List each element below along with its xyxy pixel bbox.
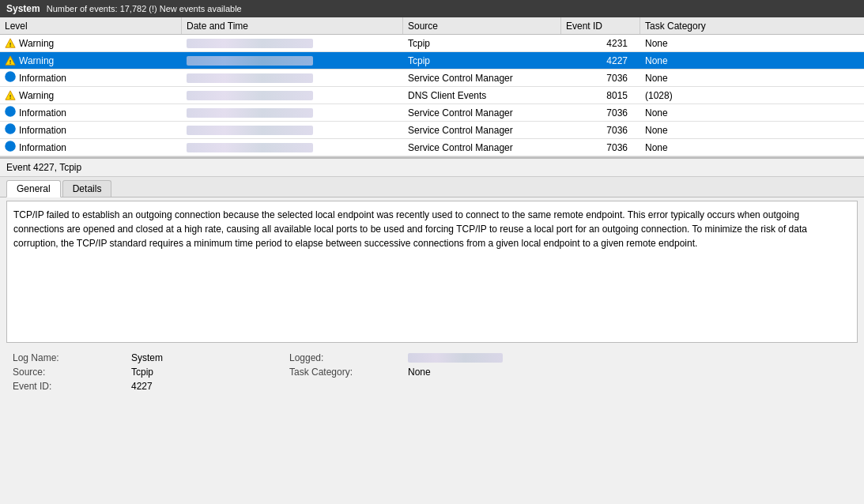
- level-text: Information: [19, 142, 66, 153]
- level-text: Information: [19, 125, 66, 136]
- cell-taskcategory: None: [640, 70, 864, 86]
- svg-text:i: i: [9, 126, 11, 134]
- cell-eventid: 4231: [561, 35, 640, 51]
- cell-taskcategory: (1028): [640, 87, 864, 103]
- warning-icon: !: [5, 38, 16, 49]
- cell-source: DNS Client Events: [403, 87, 561, 103]
- source-label: Source:: [13, 367, 131, 378]
- cell-level: ! Warning: [0, 35, 182, 51]
- table-body: ! Warning Tcpip 4231 None ! Warning Tcpi…: [0, 35, 864, 156]
- logged-label: Logged:: [289, 352, 408, 363]
- table-row[interactable]: i Information Service Control Manager 70…: [0, 139, 864, 156]
- cell-level: ! Warning: [0, 52, 182, 69]
- cell-datetime: [182, 87, 403, 103]
- cell-level: i Information: [0, 139, 182, 156]
- app-name: System: [6, 3, 40, 14]
- cell-eventid: 7036: [561, 139, 640, 156]
- cell-eventid: 7036: [561, 104, 640, 121]
- cell-source: Tcpip: [403, 35, 561, 51]
- cell-level: ! Warning: [0, 87, 182, 103]
- cell-eventid: 4227: [561, 52, 640, 69]
- event-id-value: 4227: [131, 381, 289, 392]
- cell-source: Service Control Manager: [403, 139, 561, 156]
- info-icon: i: [5, 123, 16, 137]
- svg-text:!: !: [9, 40, 12, 47]
- svg-text:!: !: [9, 92, 12, 100]
- cell-source: Service Control Manager: [403, 70, 561, 86]
- table-header: Level Date and Time Source Event ID Task…: [0, 17, 864, 35]
- description-text: TCP/IP failed to establish an outgoing c…: [13, 209, 807, 249]
- svg-text:i: i: [9, 143, 11, 151]
- svg-text:i: i: [9, 108, 11, 116]
- cell-taskcategory: None: [640, 52, 864, 69]
- footer-info: Log Name: System Logged: Source: Tcpip T…: [0, 346, 864, 398]
- task-label: Task Category:: [289, 367, 408, 378]
- log-name-value: System: [131, 352, 289, 363]
- col-level: Level: [0, 17, 182, 34]
- logged-value: [408, 352, 851, 363]
- cell-source: Tcpip: [403, 52, 561, 69]
- table-row[interactable]: i Information Service Control Manager 70…: [0, 104, 864, 122]
- level-text: Warning: [19, 55, 54, 66]
- table-row[interactable]: ! Warning Tcpip 4227 None: [0, 52, 864, 70]
- cell-eventid: 8015: [561, 87, 640, 103]
- warning-icon: !: [5, 90, 16, 101]
- warning-icon: !: [5, 55, 16, 66]
- timestamp-blur: [187, 91, 313, 100]
- timestamp-blur: [187, 39, 313, 48]
- level-text: Warning: [19, 38, 54, 49]
- col-datetime: Date and Time: [182, 17, 403, 34]
- cell-taskcategory: None: [640, 139, 864, 156]
- event-description: TCP/IP failed to establish an outgoing c…: [6, 201, 858, 343]
- level-text: Information: [19, 107, 66, 118]
- cell-datetime: [182, 52, 403, 69]
- col-eventid: Event ID: [561, 17, 640, 34]
- svg-text:!: !: [9, 58, 12, 65]
- level-text: Information: [19, 73, 66, 84]
- tab-bar: General Details: [0, 177, 864, 197]
- cell-datetime: [182, 139, 403, 156]
- task-value: None: [408, 367, 851, 378]
- source-value: Tcpip: [131, 367, 289, 378]
- detail-section: Event 4227, Tcpip General Details TCP/IP…: [0, 157, 864, 398]
- timestamp-blur: [187, 56, 313, 66]
- table-row[interactable]: i Information Service Control Manager 70…: [0, 122, 864, 139]
- event-count: Number of events: 17,782 (!) New events …: [47, 4, 242, 13]
- title-bar: System Number of events: 17,782 (!) New …: [0, 0, 864, 17]
- timestamp-blur: [187, 108, 313, 118]
- cell-taskcategory: None: [640, 35, 864, 51]
- svg-text:i: i: [9, 73, 11, 81]
- cell-source: Service Control Manager: [403, 104, 561, 121]
- log-name-label: Log Name:: [13, 352, 131, 363]
- tab-details[interactable]: Details: [62, 180, 112, 197]
- col-source: Source: [403, 17, 561, 34]
- cell-datetime: [182, 104, 403, 121]
- cell-datetime: [182, 35, 403, 51]
- cell-taskcategory: None: [640, 104, 864, 121]
- cell-eventid: 7036: [561, 122, 640, 138]
- logged-blur: [408, 353, 503, 363]
- info-icon: i: [5, 141, 16, 154]
- cell-eventid: 7036: [561, 70, 640, 86]
- info-icon: i: [5, 106, 16, 119]
- timestamp-blur: [187, 126, 313, 135]
- detail-title: Event 4227, Tcpip: [0, 159, 864, 177]
- cell-datetime: [182, 122, 403, 138]
- level-text: Warning: [19, 90, 54, 101]
- tab-general[interactable]: General: [6, 180, 61, 197]
- timestamp-blur: [187, 73, 313, 83]
- cell-source: Service Control Manager: [403, 122, 561, 138]
- table-row[interactable]: ! Warning Tcpip 4231 None: [0, 35, 864, 52]
- col-taskcategory: Task Category: [640, 17, 864, 34]
- table-row[interactable]: ! Warning DNS Client Events 8015 (1028): [0, 87, 864, 104]
- cell-level: i Information: [0, 70, 182, 86]
- event-table-section: Level Date and Time Source Event ID Task…: [0, 17, 864, 157]
- cell-taskcategory: None: [640, 122, 864, 138]
- cell-datetime: [182, 70, 403, 86]
- info-icon: i: [5, 71, 16, 85]
- timestamp-blur: [187, 143, 313, 152]
- cell-level: i Information: [0, 104, 182, 121]
- table-row[interactable]: i Information Service Control Manager 70…: [0, 70, 864, 87]
- event-id-label: Event ID:: [13, 381, 131, 392]
- cell-level: i Information: [0, 122, 182, 138]
